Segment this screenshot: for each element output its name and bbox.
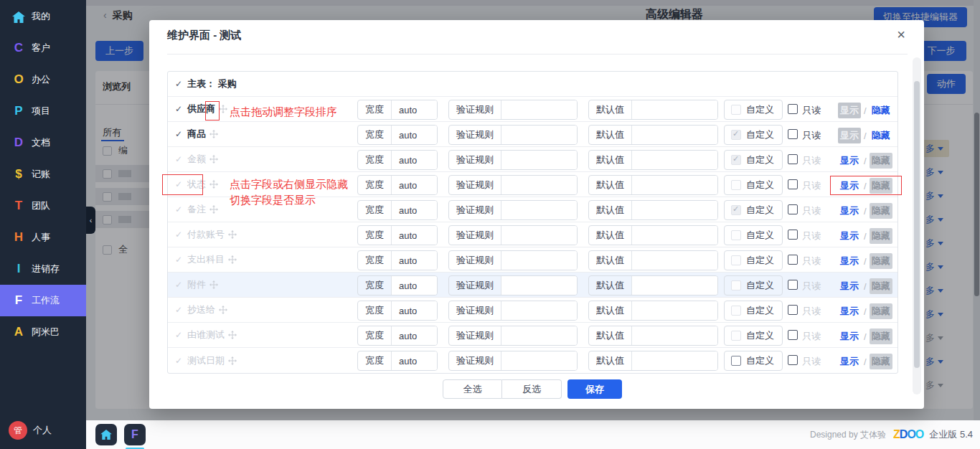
field-name[interactable]: 测试日期 bbox=[187, 354, 225, 367]
hide-link[interactable]: 隐藏 bbox=[870, 228, 892, 244]
validation-input[interactable] bbox=[501, 251, 577, 270]
sidebar-item[interactable]: I 进销存 bbox=[0, 253, 86, 285]
width-input[interactable] bbox=[392, 226, 437, 245]
width-input[interactable] bbox=[392, 126, 437, 144]
drag-handle[interactable] bbox=[228, 331, 237, 339]
hide-link[interactable]: 隐藏 bbox=[870, 354, 892, 369]
sidebar-item[interactable]: T 团队 bbox=[0, 190, 86, 222]
sidebar-item[interactable]: 我的 bbox=[0, 1, 86, 32]
avatar[interactable]: 管 bbox=[9, 421, 27, 440]
custom-checkbox[interactable] bbox=[731, 230, 741, 240]
show-link[interactable]: 显示 bbox=[838, 203, 861, 219]
width-input[interactable] bbox=[392, 251, 437, 270]
show-link[interactable]: 显示 bbox=[838, 354, 861, 369]
readonly-checkbox[interactable] bbox=[788, 179, 798, 189]
drag-handle[interactable] bbox=[228, 230, 237, 239]
custom-checkbox[interactable] bbox=[731, 280, 741, 290]
default-input[interactable] bbox=[632, 351, 718, 370]
validation-input[interactable] bbox=[501, 301, 577, 320]
default-input[interactable] bbox=[632, 201, 718, 219]
default-input[interactable] bbox=[632, 151, 718, 169]
show-link[interactable]: 显示 bbox=[838, 153, 861, 169]
field-name[interactable]: 金额 bbox=[187, 153, 206, 166]
custom-checkbox[interactable] bbox=[731, 105, 741, 115]
width-input[interactable] bbox=[392, 326, 437, 345]
field-name[interactable]: 支出科目 bbox=[187, 253, 225, 266]
default-input[interactable] bbox=[632, 251, 718, 270]
drag-handle[interactable] bbox=[228, 356, 237, 365]
field-name[interactable]: 付款账号 bbox=[187, 228, 225, 241]
validation-input[interactable] bbox=[501, 351, 577, 370]
custom-checkbox[interactable] bbox=[731, 331, 741, 341]
select-all-button[interactable]: 全选 bbox=[443, 379, 502, 399]
custom-checkbox[interactable] bbox=[731, 306, 741, 316]
sidebar-item[interactable]: A 阿米巴 bbox=[0, 316, 86, 348]
custom-checkbox[interactable] bbox=[731, 130, 741, 140]
sidebar-item[interactable]: P 项目 bbox=[0, 95, 86, 127]
field-name[interactable]: 备注 bbox=[187, 203, 206, 216]
default-input[interactable] bbox=[632, 176, 718, 194]
field-name[interactable]: 抄送给 bbox=[187, 303, 215, 316]
field-name[interactable]: 附件 bbox=[187, 278, 206, 291]
width-input[interactable] bbox=[392, 176, 437, 194]
field-name[interactable]: 供应商 bbox=[187, 103, 215, 115]
custom-checkbox[interactable] bbox=[731, 356, 741, 366]
drag-handle[interactable] bbox=[209, 205, 218, 214]
validation-input[interactable] bbox=[501, 151, 577, 169]
readonly-checkbox[interactable] bbox=[788, 129, 798, 139]
field-row[interactable]: ✓ 商品 宽度 验证规则 默认值 bbox=[168, 122, 897, 147]
hide-link[interactable]: 隐藏 bbox=[870, 153, 892, 169]
close-icon[interactable]: × bbox=[892, 26, 910, 43]
drag-handle[interactable] bbox=[209, 180, 218, 189]
width-input[interactable] bbox=[392, 100, 437, 119]
readonly-checkbox[interactable] bbox=[788, 355, 798, 365]
width-input[interactable] bbox=[392, 351, 437, 370]
show-link[interactable]: 显示 bbox=[838, 103, 861, 118]
hide-link[interactable]: 隐藏 bbox=[870, 178, 892, 194]
readonly-checkbox[interactable] bbox=[788, 280, 798, 290]
validation-input[interactable] bbox=[501, 276, 577, 295]
default-input[interactable] bbox=[632, 301, 718, 320]
custom-checkbox[interactable] bbox=[731, 155, 741, 165]
field-name[interactable]: 商品 bbox=[187, 128, 206, 141]
show-link[interactable]: 显示 bbox=[838, 178, 861, 194]
taskbar-workflow-app[interactable]: F bbox=[124, 424, 146, 445]
field-row[interactable]: ✓ 附件 宽度 验证规则 默认值 bbox=[168, 273, 897, 298]
validation-input[interactable] bbox=[501, 326, 577, 345]
show-link[interactable]: 显示 bbox=[838, 128, 861, 143]
sidebar-item[interactable]: O 办公 bbox=[0, 64, 86, 95]
hide-link[interactable]: 隐藏 bbox=[870, 329, 892, 344]
readonly-checkbox[interactable] bbox=[788, 154, 798, 164]
hide-link[interactable]: 隐藏 bbox=[870, 103, 892, 118]
show-link[interactable]: 显示 bbox=[838, 228, 861, 244]
default-input[interactable] bbox=[632, 326, 718, 345]
sidebar-collapse-handle[interactable]: ‹ bbox=[86, 207, 95, 234]
sidebar-item[interactable]: D 文档 bbox=[0, 127, 86, 159]
hide-link[interactable]: 隐藏 bbox=[870, 303, 892, 319]
modal-scrollbar[interactable] bbox=[913, 57, 921, 394]
custom-checkbox[interactable] bbox=[731, 180, 741, 190]
width-input[interactable] bbox=[392, 201, 437, 219]
validation-input[interactable] bbox=[501, 226, 577, 245]
validation-input[interactable] bbox=[501, 176, 577, 194]
field-row[interactable]: ✓ 付款账号 宽度 验证规则 默认值 bbox=[168, 222, 897, 247]
field-row[interactable]: ✓ 测试日期 宽度 验证规则 默认值 bbox=[168, 348, 897, 373]
readonly-checkbox[interactable] bbox=[788, 330, 798, 340]
default-input[interactable] bbox=[632, 226, 718, 245]
field-name[interactable]: 状态 bbox=[187, 178, 206, 191]
custom-checkbox[interactable] bbox=[731, 255, 741, 265]
modal-scrollbar-thumb[interactable] bbox=[914, 81, 920, 368]
sidebar-item[interactable]: $ 记账 bbox=[0, 159, 86, 190]
taskbar-home-app[interactable] bbox=[95, 424, 117, 445]
sidebar-profile[interactable]: 管 个人 bbox=[0, 419, 86, 442]
field-row[interactable]: ✓ 金额 宽度 验证规则 默认值 bbox=[168, 147, 897, 172]
field-row[interactable]: ✓ 支出科目 宽度 验证规则 默认值 bbox=[168, 247, 897, 273]
validation-input[interactable] bbox=[501, 201, 577, 219]
width-input[interactable] bbox=[392, 276, 437, 295]
hide-link[interactable]: 隐藏 bbox=[870, 278, 892, 294]
drag-handle[interactable] bbox=[228, 255, 237, 264]
hide-link[interactable]: 隐藏 bbox=[870, 203, 892, 219]
custom-checkbox[interactable] bbox=[731, 205, 741, 215]
show-link[interactable]: 显示 bbox=[838, 303, 861, 319]
default-input[interactable] bbox=[632, 100, 718, 119]
